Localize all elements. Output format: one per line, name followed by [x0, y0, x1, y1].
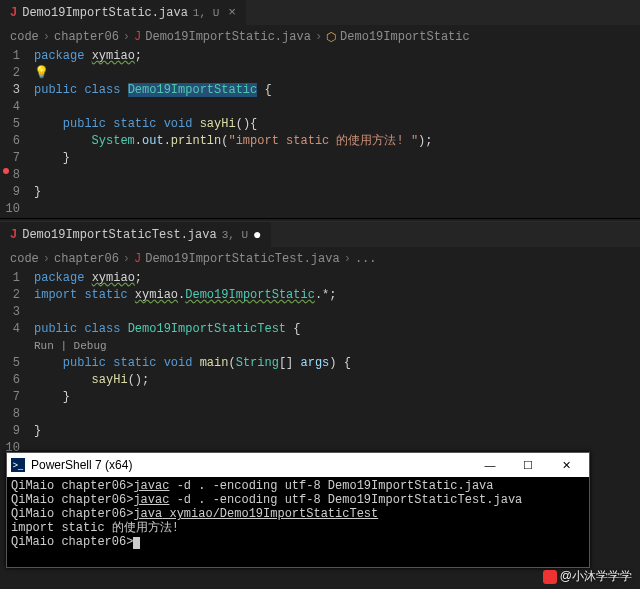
code-line: public static void sayHi(){	[34, 116, 640, 133]
tab-git-status: 3, U	[222, 229, 248, 241]
java-file-icon: J	[134, 30, 141, 44]
line-number: 4	[0, 321, 20, 338]
editor1-breadcrumb[interactable]: code › chapter06 › J Demo19ImportStatic.…	[0, 26, 640, 48]
code-line	[34, 167, 640, 184]
line-number: 2	[0, 65, 20, 82]
breadcrumb-item[interactable]: Demo19ImportStaticTest.java	[145, 252, 339, 266]
java-file-icon: J	[10, 6, 17, 20]
breadcrumb-item[interactable]: Demo19ImportStatic.java	[145, 30, 311, 44]
line-number: 7	[0, 150, 20, 167]
breadcrumb-item[interactable]: chapter06	[54, 252, 119, 266]
java-file-icon: J	[10, 228, 17, 242]
watermark-icon	[543, 570, 557, 584]
class-symbol-icon: ⬡	[326, 30, 336, 45]
line-number: 6	[0, 133, 20, 150]
line-number: 5	[0, 116, 20, 133]
editor1-code-area[interactable]: 1 2 3 4 5 6 7 8 9 10 package xymiao; 💡 p…	[0, 48, 640, 218]
chevron-right-icon: ›	[344, 252, 351, 266]
powershell-icon: >_	[11, 458, 25, 472]
code-line: }	[34, 423, 640, 440]
tab-git-status: 1, U	[193, 7, 219, 19]
code-line: public class Demo19ImportStaticTest {	[34, 321, 640, 338]
line-number: 3	[0, 82, 20, 99]
minimize-button[interactable]: —	[471, 454, 509, 476]
editor1-tab-bar: J Demo19ImportStatic.java 1, U ×	[0, 0, 640, 26]
code-line: package xymiao;	[34, 48, 640, 65]
editor2-breadcrumb[interactable]: code › chapter06 › J Demo19ImportStaticT…	[0, 248, 640, 270]
code-line	[34, 406, 640, 423]
code-line	[34, 201, 640, 218]
powershell-window[interactable]: >_ PowerShell 7 (x64) — ☐ ✕ QiMaio chapt…	[6, 452, 590, 568]
line-number: 3	[0, 304, 20, 321]
code-line: System.out.println("import static 的使用方法!…	[34, 133, 640, 150]
line-number: 6	[0, 372, 20, 389]
line-number: 1	[0, 270, 20, 287]
chevron-right-icon: ›	[123, 30, 130, 44]
editor2-gutter: 1 2 3 4 5 6 7 8 9 10	[0, 270, 34, 457]
tab-close-icon[interactable]: ×	[228, 5, 236, 20]
line-number: 9	[0, 184, 20, 201]
tab-filename: Demo19ImportStaticTest.java	[22, 228, 216, 242]
line-number: 4	[0, 99, 20, 116]
code-line: import static xymiao.Demo19ImportStatic.…	[34, 287, 640, 304]
line-number: 9	[0, 423, 20, 440]
watermark: @小沐学学学	[543, 568, 632, 585]
breadcrumb-item[interactable]: chapter06	[54, 30, 119, 44]
line-number: 5	[0, 338, 20, 372]
code-line: package xymiao;	[34, 270, 640, 287]
terminal-cursor	[133, 537, 140, 549]
tab-dirty-icon[interactable]: ●	[253, 227, 261, 243]
line-number: 7	[0, 389, 20, 406]
editor2-code[interactable]: package xymiao; import static xymiao.Dem…	[34, 270, 640, 457]
powershell-titlebar[interactable]: >_ PowerShell 7 (x64) — ☐ ✕	[7, 453, 589, 477]
tab-filename: Demo19ImportStatic.java	[22, 6, 188, 20]
code-line: public class Demo19ImportStatic {	[34, 82, 640, 99]
code-line: sayHi();	[34, 372, 640, 389]
line-number: 8	[0, 406, 20, 423]
chevron-right-icon: ›	[123, 252, 130, 266]
code-line: }	[34, 184, 640, 201]
line-number: 1	[0, 48, 20, 65]
watermark-text: @小沐学学学	[560, 568, 632, 585]
line-number: 2	[0, 287, 20, 304]
code-line	[34, 304, 640, 321]
breadcrumb-item[interactable]: ...	[355, 252, 377, 266]
chevron-right-icon: ›	[43, 30, 50, 44]
code-line: }	[34, 150, 640, 167]
editor1-code[interactable]: package xymiao; 💡 public class Demo19Imp…	[34, 48, 640, 218]
breadcrumb-item[interactable]: code	[10, 252, 39, 266]
editor1-tab[interactable]: J Demo19ImportStatic.java 1, U ×	[0, 0, 247, 25]
lightbulb-icon[interactable]: 💡	[34, 65, 640, 82]
editor1-gutter: 1 2 3 4 5 6 7 8 9 10	[0, 48, 34, 218]
code-line: public static void main(String[] args) {	[34, 355, 640, 372]
java-file-icon: J	[134, 252, 141, 266]
powershell-output[interactable]: QiMaio chapter06>javac -d . -encoding ut…	[7, 477, 589, 567]
codelens-run-debug[interactable]: Run | Debug	[34, 338, 640, 355]
editor2-tab-bar: J Demo19ImportStaticTest.java 3, U ●	[0, 222, 640, 248]
chevron-right-icon: ›	[43, 252, 50, 266]
close-button[interactable]: ✕	[547, 454, 585, 476]
error-marker-icon	[3, 168, 9, 174]
editor2-tab[interactable]: J Demo19ImportStaticTest.java 3, U ●	[0, 222, 272, 247]
code-line: }	[34, 389, 640, 406]
breadcrumb-item[interactable]: code	[10, 30, 39, 44]
line-number: 10	[0, 201, 20, 218]
powershell-title-text: PowerShell 7 (x64)	[31, 458, 132, 472]
editor2-code-area[interactable]: 1 2 3 4 5 6 7 8 9 10 package xymiao; imp…	[0, 270, 640, 457]
maximize-button[interactable]: ☐	[509, 454, 547, 476]
chevron-right-icon: ›	[315, 30, 322, 44]
code-line	[34, 99, 640, 116]
breadcrumb-item[interactable]: Demo19ImportStatic	[340, 30, 470, 44]
